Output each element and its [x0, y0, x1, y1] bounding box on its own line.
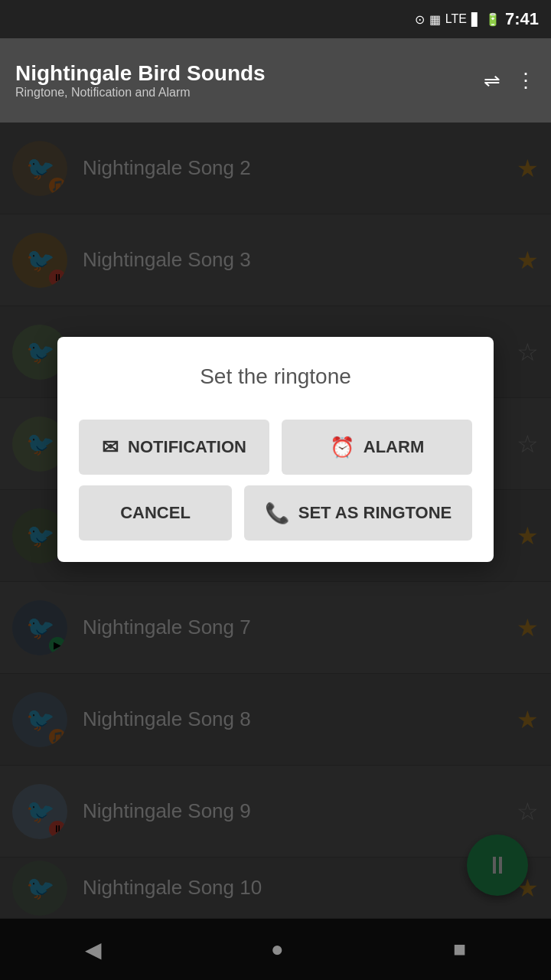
- app-header: Nightingale Bird Sounds Ringtone, Notifi…: [0, 38, 551, 122]
- status-icons: ⊙ ▦ LTE ▋ 🔋 7:41: [415, 9, 539, 29]
- set-ringtone-dialog: Set the ringtone ✉ NOTIFICATION ⏰ ALARM …: [57, 337, 494, 562]
- notification-button[interactable]: ✉ NOTIFICATION: [79, 420, 269, 475]
- app-subtitle: Ringtone, Notification and Alarm: [15, 86, 484, 100]
- shuffle-icon[interactable]: ⇌: [484, 69, 500, 93]
- cancel-button[interactable]: CANCEL: [79, 485, 232, 541]
- set-ringtone-button[interactable]: 📞 SET AS RINGTONE: [244, 485, 472, 541]
- dialog-row2: CANCEL 📞 SET AS RINGTONE: [79, 485, 472, 541]
- record-icon: ⊙: [415, 12, 425, 27]
- header-icons: ⇌ ⋮: [484, 69, 536, 93]
- signal-icon: ▋: [471, 12, 481, 27]
- time-display: 7:41: [505, 9, 539, 29]
- notification-label: NOTIFICATION: [128, 437, 246, 457]
- list-area: 🐦 🎵 Nightingale Song 2 ★ 🐦 ⏸ Nightingale…: [0, 122, 551, 980]
- app-title: Nightingale Bird Sounds: [15, 61, 484, 86]
- more-options-icon[interactable]: ⋮: [516, 69, 536, 93]
- set-ringtone-label: SET AS RINGTONE: [298, 503, 452, 523]
- alarm-button[interactable]: ⏰ ALARM: [282, 420, 472, 475]
- notification-icon: ✉: [102, 436, 119, 459]
- ringtone-icon: 📞: [265, 501, 289, 525]
- alarm-icon: ⏰: [330, 436, 354, 459]
- status-bar: ⊙ ▦ LTE ▋ 🔋 7:41: [0, 0, 551, 38]
- header-title-block: Nightingale Bird Sounds Ringtone, Notifi…: [15, 61, 484, 100]
- battery-icon: 🔋: [485, 12, 500, 27]
- dialog-title: Set the ringtone: [79, 364, 472, 389]
- alarm-label: ALARM: [364, 437, 424, 457]
- sim-icon: ▦: [429, 12, 441, 27]
- lte-label: LTE: [445, 12, 467, 26]
- dialog-row1: ✉ NOTIFICATION ⏰ ALARM: [79, 420, 472, 475]
- cancel-label: CANCEL: [120, 503, 191, 523]
